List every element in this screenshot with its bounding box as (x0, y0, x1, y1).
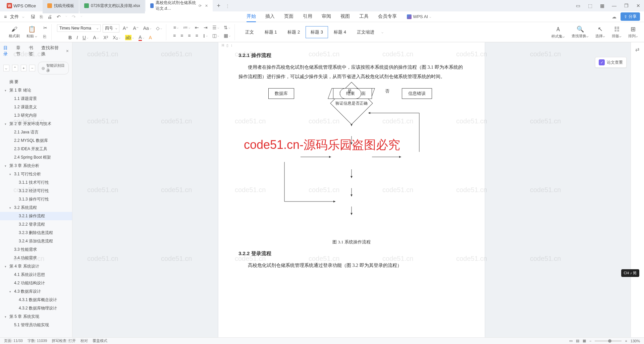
redo-icon[interactable]: ↷ (72, 14, 76, 19)
outline-item[interactable]: 3.2.3 删除信息流程 (0, 229, 72, 237)
font-color-button[interactable]: A⌵ (137, 34, 145, 42)
view-read-icon[interactable]: ▤ (576, 339, 579, 343)
tab-page[interactable]: 页面 (284, 11, 293, 22)
outline-item[interactable]: ▾第 2 章 开发环境与技术 (0, 120, 72, 128)
grid-icon[interactable]: ▦ (599, 3, 605, 8)
outline-item[interactable]: 3.3 性能需求 (0, 245, 72, 254)
change-case-button[interactable]: Aa⌵ (142, 25, 153, 32)
outdent-button[interactable]: ⇤ (194, 24, 200, 31)
line-spacing-button[interactable]: ⇅⌵ (222, 24, 231, 31)
cube-icon[interactable]: ⬚ (587, 3, 593, 8)
style-indent[interactable]: 正文缩进 (352, 26, 379, 38)
outline-item[interactable]: 2.4 Spring Boot 框架 (0, 153, 72, 162)
zoom-in-icon[interactable]: + (625, 339, 627, 343)
status-spell[interactable]: 拼写检查: 打开 (52, 338, 76, 343)
undo-icon[interactable]: ↶ (57, 14, 61, 19)
outline-item[interactable]: 摘 要 (0, 78, 72, 86)
undo-dropdown-icon[interactable]: ⌵ (65, 14, 67, 19)
tab-start[interactable]: 开始 (247, 11, 256, 22)
status-page[interactable]: 页面: 11/33 (4, 338, 23, 343)
select-button[interactable]: ↖选择⌵ (593, 24, 607, 40)
outline-item[interactable]: ▾第 3 章 系统分析 (0, 162, 72, 170)
collapse-button[interactable]: ⌵ (3, 65, 9, 71)
tab-view[interactable]: 视图 (340, 11, 350, 22)
view-web-icon[interactable]: ▦ (583, 339, 586, 343)
number-list-button[interactable]: ≔⌵ (182, 24, 192, 31)
strike-button[interactable]: A̵⌵ (92, 34, 100, 41)
print-icon[interactable]: ⎘ (40, 14, 43, 19)
maximize-icon[interactable]: ❐ (623, 3, 629, 8)
sort-button[interactable]: ☰⌵ (211, 24, 220, 31)
subscript-button[interactable]: X₂⌵ (111, 34, 121, 41)
sidebar-tab-find[interactable]: 查找和替换 (41, 45, 61, 57)
tab-doc-active[interactable]: 高校危化试剂仓储系统论文.d…⟳× (146, 0, 213, 13)
outline-item[interactable]: 2.3 IDEA 开发工具 (0, 145, 72, 153)
outline-item[interactable]: 4.3.2 数据库物理设计 (0, 304, 72, 312)
new-tab-button[interactable]: + (214, 1, 223, 10)
style-body[interactable]: 正文 (240, 26, 259, 38)
bullet-list-button[interactable]: ≡⌵ (172, 24, 180, 31)
outline-item[interactable]: 3.1.1 技术可行性 (0, 178, 72, 187)
clear-format-button[interactable]: ◇⌵ (155, 25, 163, 32)
align-justify-button[interactable]: ≡ (194, 32, 199, 39)
close-window-icon[interactable]: ✕ (635, 3, 641, 8)
style-h3[interactable]: 标题 3 (306, 26, 328, 38)
indent-button[interactable]: ⇥ (202, 24, 209, 31)
outline-item[interactable]: 4.2 功能结构设计 (0, 279, 72, 287)
status-words[interactable]: 字数: 11039 (28, 338, 47, 343)
tab-insert[interactable]: 插入 (265, 11, 275, 22)
save-icon[interactable]: 🖫 (31, 14, 35, 19)
style-h2[interactable]: 标题 2 (282, 26, 305, 38)
align-left-button[interactable]: ≡ (172, 32, 177, 39)
align-center-button[interactable]: ≡ (179, 32, 184, 39)
file-menu[interactable]: 文件 (10, 14, 19, 20)
highlight-button[interactable]: ab⌵ (124, 34, 136, 41)
increase-font-button[interactable]: A⁺ (121, 25, 129, 32)
outline-item[interactable]: 3.1.2 经济可行性 (0, 187, 72, 195)
smart-outline-button[interactable]: ◎ 智能识别目录 (38, 62, 69, 74)
tab-template[interactable]: 找稿壳模板 (43, 0, 79, 13)
redo-dropdown-icon[interactable]: ⌵ (80, 14, 82, 19)
outline-item[interactable]: ▾第 1 章 绪论 (0, 86, 72, 95)
tab-xlsx[interactable]: 0726需求文档以及排期.xlsx (79, 0, 145, 13)
paper-check-button[interactable]: ✓论文查重 (595, 57, 627, 68)
decrease-font-button[interactable]: A⁻ (131, 25, 140, 32)
zoom-out-icon[interactable]: − (589, 339, 591, 343)
outline-item[interactable]: ▾3.2 系统流程 (0, 204, 72, 212)
expand-button[interactable]: ⌃ (12, 65, 18, 71)
outline-item[interactable]: 5.1 管理员功能实现 (0, 321, 72, 329)
sidebar-tab-chapter[interactable]: 章节 (16, 45, 24, 57)
outline-item[interactable]: 1.3 研究内容 (0, 111, 72, 120)
minimize-icon[interactable]: — (611, 3, 617, 8)
outline-item[interactable]: 1.1 课题背景 (0, 95, 72, 103)
find-replace-button[interactable]: 🔍查找替换⌵ (570, 24, 591, 40)
hamburger-icon[interactable]: ≡ (4, 14, 7, 19)
window-icon[interactable]: ▭ (575, 3, 581, 8)
sidebar-close-icon[interactable]: × (66, 48, 69, 54)
zoom-level[interactable]: 130% (631, 339, 640, 343)
cut-button[interactable]: ✂ (42, 24, 49, 31)
outline-item[interactable]: ▾第 4 章 系统设计 (0, 262, 72, 271)
outline-item[interactable]: 4.3.1 数据库概念设计 (0, 296, 72, 304)
outline-item[interactable]: 3.2.4 添加信息流程 (0, 237, 72, 245)
share-button[interactable]: ⇪ 分享 (621, 12, 640, 21)
zoom-slider[interactable] (595, 340, 622, 342)
style-h4[interactable]: 标题 4 (329, 26, 351, 38)
font-shade-button[interactable]: A (148, 34, 153, 41)
remove-button[interactable]: − (29, 65, 35, 71)
file-dropdown-icon[interactable]: ⌵ (22, 14, 24, 19)
shading-button[interactable]: ◫⌵ (211, 32, 220, 39)
arrange2-button[interactable]: ⊞排列⌵ (626, 24, 640, 40)
outline-item[interactable]: 3.2.1 操作流程 (0, 212, 72, 220)
outline-item[interactable]: 2.2 MYSQL 数据库 (0, 136, 72, 145)
outline-item[interactable]: 4.1 系统设计思想 (0, 271, 72, 279)
outline-item[interactable]: 3.4 功能需求 (0, 254, 72, 262)
preview-icon[interactable]: 🖨 (47, 14, 52, 19)
format-painter-button[interactable]: 🖌格式刷 (7, 25, 22, 39)
copy-button[interactable]: ⎘ (42, 33, 49, 40)
bold-button[interactable]: B (67, 34, 73, 41)
sidebar-tab-bookmark[interactable]: 书签 (29, 45, 37, 57)
close-icon[interactable]: × (205, 3, 208, 8)
sidebar-tab-toc[interactable]: 目录 (3, 45, 11, 57)
outline-item[interactable]: ▾4.3 数据库设计 (0, 287, 72, 296)
